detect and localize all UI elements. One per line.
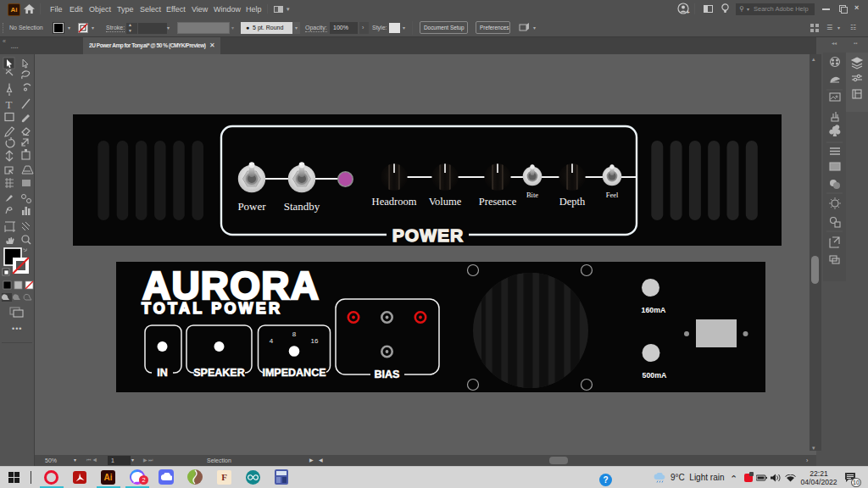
svg-text:500mA: 500mA [643,371,667,380]
svg-text:Standby: Standby [284,200,320,213]
svg-text:◂◂: ◂◂ [832,41,837,46]
svg-text:•••: ••• [12,324,22,333]
svg-text:Headroom: Headroom [372,196,417,208]
svg-text:IMPEDANCE: IMPEDANCE [262,367,326,379]
svg-text:4: 4 [270,337,274,345]
svg-text:16: 16 [311,337,319,345]
svg-text:Depth: Depth [559,196,586,208]
svg-text:BIAS: BIAS [375,369,400,380]
svg-text:160mA: 160mA [642,306,666,314]
svg-text:Power: Power [237,200,266,213]
svg-text:Bite: Bite [526,191,538,199]
svg-text:Volume: Volume [429,196,462,208]
svg-text:IN: IN [157,367,168,379]
svg-text:POWER: POWER [392,225,464,245]
svg-text:Feel: Feel [606,191,619,199]
svg-text:T: T [6,98,13,111]
svg-text:Presence: Presence [479,196,517,208]
svg-text:SPEAKER: SPEAKER [193,367,244,379]
svg-text:▪▪: ▪▪ [854,41,857,46]
svg-text:8: 8 [292,330,297,338]
svg-text:+: + [687,9,690,15]
svg-text:TOTAL POWER: TOTAL POWER [142,300,282,317]
